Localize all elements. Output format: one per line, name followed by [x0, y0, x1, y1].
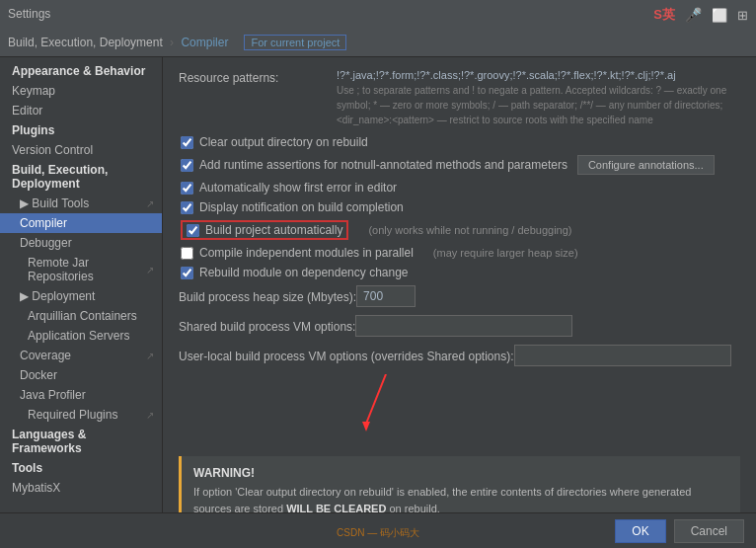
- warning-text: If option 'Clear output directory on reb…: [193, 484, 728, 512]
- heap-label: Build process heap size (Mbytes):: [179, 288, 356, 304]
- build-auto-highlight: Build project automatically: [181, 220, 348, 240]
- sidebar-item-mybatisx[interactable]: MybatisX: [0, 478, 162, 498]
- resource-patterns-label: Resource patterns:: [179, 69, 337, 85]
- brand-icon: S英: [653, 6, 675, 24]
- resource-patterns-section: !?*.java;!?*.form;!?*.class;!?*.groovy;!…: [337, 69, 740, 127]
- sidebar-item-build-tools[interactable]: ▶ Build Tools ↗: [0, 194, 162, 213]
- notify-build-checkbox[interactable]: [181, 201, 193, 214]
- red-arrow-annotation: [356, 374, 740, 436]
- add-assertions-row: Add runtime assertions for notnull-annot…: [179, 155, 740, 175]
- configure-annotations-button[interactable]: Configure annotations...: [577, 155, 715, 175]
- sidebar-item-deployment[interactable]: ▶ Deployment: [0, 286, 162, 306]
- show-error-checkbox[interactable]: [181, 182, 193, 195]
- ok-button[interactable]: OK: [615, 519, 665, 543]
- compiler-settings-panel: Resource patterns: !?*.java;!?*.form;!?*…: [163, 57, 756, 512]
- screen-icon: ⬜: [712, 8, 727, 23]
- content-wrapper: Appearance & Behavior Keymap Editor Plug…: [0, 57, 756, 548]
- remote-jar-ext-icon: ↗: [146, 265, 154, 275]
- resource-patterns-hint: Use ; to separate patterns and ! to nega…: [337, 83, 740, 127]
- translate-icon: ⊞: [737, 8, 748, 23]
- clear-output-label: Clear output directory on rebuild: [199, 135, 368, 149]
- parallel-modules-checkbox[interactable]: [181, 247, 193, 260]
- sidebar-item-version-control[interactable]: Version Control: [0, 140, 162, 160]
- sidebar-item-remote-jar[interactable]: Remote Jar Repositories ↗: [0, 253, 162, 286]
- sidebar-item-debugger[interactable]: Debugger: [0, 233, 162, 253]
- sidebar-item-editor[interactable]: Editor: [0, 101, 162, 120]
- resource-patterns-value: !?*.java;!?*.form;!?*.class;!?*.groovy;!…: [337, 69, 740, 81]
- parallel-note: (may require larger heap size): [433, 247, 578, 259]
- breadcrumb: Build, Execution, Deployment › Compiler: [8, 36, 228, 49]
- rebuild-dependency-row: Rebuild module on dependency change: [179, 266, 740, 279]
- breadcrumb-sep: ›: [170, 36, 177, 49]
- main-content: Appearance & Behavior Keymap Editor Plug…: [0, 57, 756, 512]
- required-plugins-ext-icon: ↗: [146, 410, 154, 421]
- for-current-label: For current project: [244, 35, 346, 50]
- warning-title: WARNING!: [193, 466, 728, 480]
- sidebar-item-required-plugins[interactable]: Required Plugins ↗: [0, 405, 162, 425]
- add-assertions-checkbox[interactable]: [181, 159, 193, 172]
- heap-size-row: Build process heap size (Mbytes):: [179, 285, 740, 307]
- build-auto-checkbox[interactable]: [187, 224, 199, 237]
- sidebar-item-app-servers[interactable]: Application Servers: [0, 326, 162, 346]
- sidebar-item-compiler[interactable]: Compiler: [0, 213, 162, 233]
- shared-vm-row: Shared build process VM options:: [179, 315, 740, 337]
- sidebar-item-arquillian[interactable]: Arquillian Containers: [0, 306, 162, 326]
- notify-build-label: Display notification on build completion: [199, 200, 404, 214]
- window-title: Settings: [8, 7, 50, 21]
- svg-marker-1: [362, 422, 370, 431]
- user-vm-label: User-local build process VM options (ove…: [179, 348, 514, 363]
- build-auto-row: Build project automatically (only works …: [179, 220, 740, 240]
- coverage-ext-icon: ↗: [146, 351, 154, 361]
- add-assertions-label: Add runtime assertions for notnull-annot…: [199, 158, 567, 172]
- sidebar: Appearance & Behavior Keymap Editor Plug…: [0, 57, 163, 512]
- clear-output-checkbox[interactable]: [181, 136, 193, 149]
- show-error-row: Automatically show first error in editor: [179, 181, 740, 195]
- warning-box: WARNING! If option 'Clear output directo…: [179, 456, 740, 512]
- sidebar-item-tools[interactable]: Tools: [0, 458, 162, 478]
- parallel-modules-label: Compile independent modules in parallel: [199, 246, 414, 260]
- build-auto-note: (only works while not running / debuggin…: [368, 224, 571, 236]
- shared-vm-input[interactable]: [355, 315, 572, 337]
- shared-vm-label: Shared build process VM options:: [179, 318, 355, 334]
- sidebar-item-languages[interactable]: Languages & Frameworks: [0, 425, 162, 458]
- user-vm-input[interactable]: [514, 345, 731, 366]
- breadcrumb-part1: Build, Execution, Deployment: [8, 36, 163, 49]
- watermark: CSDN — 码小码大: [337, 526, 419, 540]
- ext-icon: ↗: [146, 198, 154, 209]
- user-vm-row: User-local build process VM options (ove…: [179, 345, 740, 366]
- clear-output-row: Clear output directory on rebuild: [179, 135, 740, 149]
- svg-line-0: [366, 374, 386, 424]
- bottom-bar: CSDN — 码小码大 OK Cancel: [0, 512, 756, 548]
- rebuild-dependency-checkbox[interactable]: [181, 267, 193, 279]
- mic-icon: 🎤: [685, 7, 702, 23]
- notify-build-row: Display notification on build completion: [179, 200, 740, 214]
- parallel-modules-row: Compile independent modules in parallel …: [179, 246, 740, 260]
- breadcrumb-bar: Build, Execution, Deployment › Compiler …: [0, 28, 756, 57]
- red-arrow-svg: [356, 374, 416, 433]
- show-error-label: Automatically show first error in editor: [199, 181, 397, 195]
- settings-window: Settings S英 🎤 ⬜ ⊞ Build, Execution, Depl…: [0, 0, 756, 548]
- sidebar-item-build-exec[interactable]: Build, Execution, Deployment: [0, 160, 162, 194]
- heap-input[interactable]: [356, 285, 416, 307]
- sidebar-item-docker[interactable]: Docker: [0, 365, 162, 385]
- cancel-button[interactable]: Cancel: [674, 519, 744, 543]
- sidebar-item-java-profiler[interactable]: Java Profiler: [0, 385, 162, 405]
- sidebar-item-coverage[interactable]: Coverage ↗: [0, 346, 162, 365]
- rebuild-dependency-label: Rebuild module on dependency change: [199, 266, 409, 279]
- breadcrumb-part2: Compiler: [181, 36, 228, 49]
- title-bar: Settings S英 🎤 ⬜ ⊞: [0, 0, 756, 28]
- resource-patterns-row: Resource patterns: !?*.java;!?*.form;!?*…: [179, 69, 740, 127]
- sidebar-item-plugins[interactable]: Plugins: [0, 120, 162, 140]
- build-auto-label: Build project automatically: [205, 223, 342, 237]
- sidebar-item-keymap[interactable]: Keymap: [0, 81, 162, 101]
- sidebar-item-appearance[interactable]: Appearance & Behavior: [0, 61, 162, 81]
